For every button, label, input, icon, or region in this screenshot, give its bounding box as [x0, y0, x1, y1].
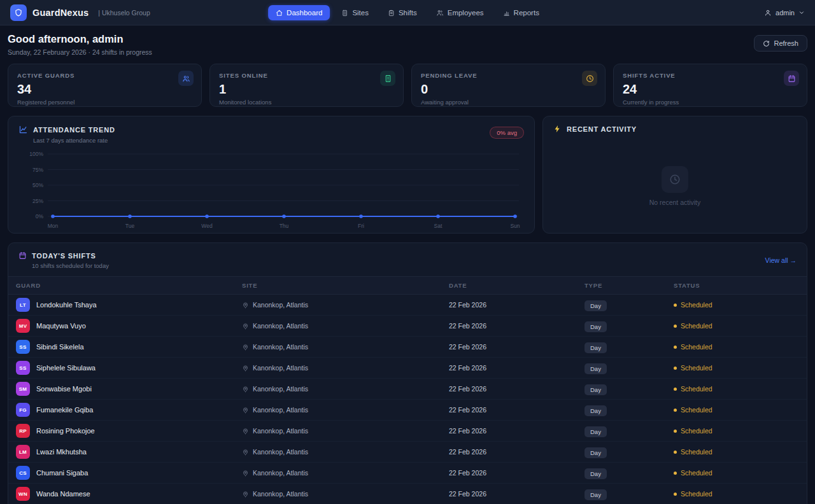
- status-dot-icon: [674, 304, 677, 307]
- shifts-table-body: LT Londokuhle Tshaya Kanonkop, Atlantis …: [8, 295, 807, 504]
- type-badge: Day: [585, 342, 607, 353]
- type-cell: Day: [585, 488, 674, 500]
- type-cell: Day: [585, 362, 674, 374]
- clipboard-icon: [388, 10, 395, 17]
- calendar-icon: [18, 251, 27, 260]
- svg-text:0%: 0%: [36, 213, 44, 220]
- table-row[interactable]: RP Rosining Phokojoe Kanonkop, Atlantis …: [8, 421, 807, 442]
- site-cell: Kanonkop, Atlantis: [242, 490, 449, 498]
- attendance-chart: 0%25%50%75%100%MonTueWedThuFriSatSun: [18, 149, 525, 233]
- date-cell: 22 Feb 2026: [449, 469, 585, 477]
- avatar: SM: [16, 382, 30, 396]
- user-menu[interactable]: admin: [764, 9, 805, 17]
- logo: [10, 4, 27, 21]
- shifts-subtitle: 10 shifts scheduled for today: [32, 262, 109, 269]
- status-dot-icon: [674, 493, 677, 496]
- table-row[interactable]: MV Maqutywa Vuyo Kanonkop, Atlantis 22 F…: [8, 316, 807, 337]
- attendance-chart-area: 0%25%50%75%100%MonTueWedThuFriSatSun: [18, 149, 524, 235]
- svg-text:75%: 75%: [32, 167, 43, 173]
- stats-row: ACTIVE GUARDS 34 Registered personnel SI…: [0, 56, 815, 115]
- nav-item-shifts[interactable]: Shifts: [380, 5, 425, 20]
- table-row[interactable]: LT Londokuhle Tshaya Kanonkop, Atlantis …: [8, 295, 807, 316]
- status-cell: Scheduled: [674, 322, 799, 330]
- guard-name: Chumani Sigaba: [36, 469, 88, 477]
- nav-label: Reports: [514, 9, 539, 17]
- site-cell: Kanonkop, Atlantis: [242, 427, 449, 435]
- status-cell: Scheduled: [674, 406, 799, 414]
- stat-value: 0: [421, 82, 596, 97]
- avatar: RP: [16, 424, 30, 438]
- site-cell: Kanonkop, Atlantis: [242, 385, 449, 393]
- refresh-button[interactable]: Refresh: [754, 35, 807, 52]
- table-row[interactable]: WN Wanda Ndamese Kanonkop, Atlantis 22 F…: [8, 484, 807, 504]
- type-badge: Day: [585, 300, 607, 311]
- table-row[interactable]: CS Chumani Sigaba Kanonkop, Atlantis 22 …: [8, 463, 807, 484]
- table-row[interactable]: FG Fumanekile Gqiba Kanonkop, Atlantis 2…: [8, 400, 807, 421]
- map-pin-icon: [242, 365, 249, 372]
- shifts-title: TODAY'S SHIFTS: [32, 252, 96, 260]
- status-label: Scheduled: [681, 448, 712, 456]
- avatar: SS: [16, 361, 30, 375]
- site-name: Kanonkop, Atlantis: [253, 406, 308, 414]
- status-dot-icon: [674, 367, 677, 370]
- site-cell: Kanonkop, Atlantis: [242, 322, 449, 330]
- table-row[interactable]: SS Siphelele Sibulawa Kanonkop, Atlantis…: [8, 358, 807, 379]
- nav-item-reports[interactable]: Reports: [495, 5, 547, 20]
- site-name: Kanonkop, Atlantis: [253, 364, 308, 372]
- attendance-title: ATTENDANCE TREND: [33, 126, 115, 134]
- svg-text:Sat: Sat: [434, 223, 443, 229]
- page-header: Good afternoon, admin Sunday, 22 Februar…: [0, 25, 815, 56]
- building-icon: [341, 10, 348, 17]
- org-name: | Ukhuselo Group: [98, 9, 150, 17]
- type-cell: Day: [585, 425, 674, 437]
- column-header-date: DATE: [449, 282, 585, 289]
- svg-text:Wed: Wed: [201, 223, 213, 229]
- type-badge: Day: [585, 384, 607, 395]
- app-title: GuardNexus: [32, 8, 89, 18]
- site-cell: Kanonkop, Atlantis: [242, 364, 449, 372]
- status-dot-icon: [674, 451, 677, 454]
- map-pin-icon: [242, 491, 249, 498]
- map-pin-icon: [242, 386, 249, 393]
- site-cell: Kanonkop, Atlantis: [242, 406, 449, 414]
- nav-item-dashboard[interactable]: Dashboard: [268, 5, 330, 20]
- nav-item-employees[interactable]: Employees: [429, 5, 492, 20]
- table-row[interactable]: SS Sibindi Sikelela Kanonkop, Atlantis 2…: [8, 337, 807, 358]
- table-row[interactable]: LM Lwazi Mkhutsha Kanonkop, Atlantis 22 …: [8, 442, 807, 463]
- bar-chart-icon: [503, 10, 510, 17]
- shield-icon: [14, 8, 23, 17]
- svg-text:Tue: Tue: [125, 223, 135, 229]
- type-badge: Day: [585, 447, 607, 458]
- stat-sub: Currently in progress: [623, 99, 798, 106]
- activity-empty-text: No recent activity: [649, 199, 701, 206]
- view-all-link[interactable]: View all →: [765, 256, 797, 264]
- guard-name: Londokuhle Tshaya: [36, 301, 97, 309]
- stat-value: 34: [17, 82, 192, 97]
- guard-cell: WN Wanda Ndamese: [16, 487, 242, 501]
- nav-item-sites[interactable]: Sites: [334, 5, 376, 20]
- map-pin-icon: [242, 449, 249, 456]
- stat-card-shifts-active: SHIFTS ACTIVE 24 Currently in progress: [613, 64, 807, 107]
- guard-name: Maqutywa Vuyo: [36, 322, 86, 330]
- attendance-subtitle: Last 7 days attendance rate: [33, 137, 524, 144]
- clock-icon: [662, 166, 688, 193]
- attendance-trend-card: ATTENDANCE TREND Last 7 days attendance …: [8, 116, 535, 234]
- status-label: Scheduled: [681, 301, 712, 309]
- top-navigation-bar: GuardNexus | Ukhuselo Group Dashboard Si…: [0, 0, 815, 25]
- stat-sub: Registered personnel: [17, 99, 192, 106]
- guard-name: Wanda Ndamese: [36, 490, 90, 498]
- avatar: SS: [16, 340, 30, 354]
- map-pin-icon: [242, 323, 249, 330]
- activity-empty-state: No recent activity: [543, 166, 807, 206]
- site-cell: Kanonkop, Atlantis: [242, 448, 449, 456]
- svg-text:Mon: Mon: [48, 223, 59, 229]
- stat-label: SITES ONLINE: [219, 72, 394, 79]
- date-cell: 22 Feb 2026: [449, 427, 585, 435]
- nav-label: Employees: [448, 9, 484, 17]
- avatar: WN: [16, 487, 30, 501]
- table-row[interactable]: SM Sonwabise Mgobi Kanonkop, Atlantis 22…: [8, 379, 807, 400]
- main-nav: Dashboard Sites Shifts Employees Reports: [268, 0, 547, 25]
- status-label: Scheduled: [681, 469, 712, 477]
- guard-cell: RP Rosining Phokojoe: [16, 424, 242, 438]
- nav-label: Sites: [352, 9, 369, 17]
